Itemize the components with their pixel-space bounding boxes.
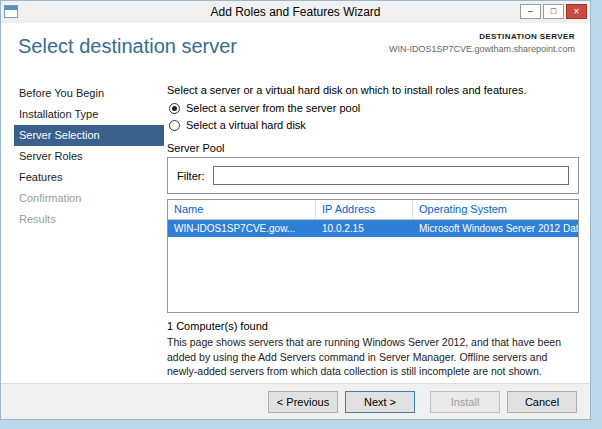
column-header-ip-address[interactable]: IP Address (316, 200, 413, 219)
install-button: Install (430, 391, 500, 413)
wizard-sidebar: Before You Begin Installation Type Serve… (14, 83, 164, 230)
radio-virtual-hard-disk[interactable]: Select a virtual hard disk (169, 119, 306, 131)
next-button[interactable]: Next > (345, 391, 415, 413)
sidebar-item-installation-type[interactable]: Installation Type (14, 104, 164, 125)
filter-input[interactable] (213, 166, 570, 185)
server-pool-label: Server Pool (167, 142, 224, 154)
filter-panel: Filter: (167, 157, 579, 194)
page-title: Select destination server (18, 35, 237, 58)
filter-label: Filter: (177, 170, 205, 182)
previous-button[interactable]: < Previous (268, 391, 338, 413)
server-table: Name IP Address Operating System WIN-IDO… (167, 199, 579, 313)
description-text: This page shows servers that are running… (167, 335, 579, 379)
table-row[interactable]: WIN-IDOS1SP7CVE.gow... 10.0.2.15 Microso… (168, 220, 578, 237)
sidebar-item-features[interactable]: Features (14, 167, 164, 188)
computers-found-text: 1 Computer(s) found (167, 320, 268, 332)
minimize-button[interactable]: – (520, 4, 541, 19)
table-header-row: Name IP Address Operating System (168, 200, 578, 220)
window-controls: – □ × (520, 4, 587, 19)
close-button[interactable]: × (566, 4, 587, 19)
titlebar: Add Roles and Features Wizard – □ × (1, 1, 590, 23)
wizard-footer: < Previous Next > Install Cancel (1, 383, 590, 419)
wizard-header: Select destination server DESTINATION SE… (1, 23, 590, 77)
cell-ip-address: 10.0.2.15 (316, 220, 413, 237)
window-title: Add Roles and Features Wizard (1, 1, 590, 23)
sidebar-item-confirmation: Confirmation (14, 188, 164, 209)
maximize-button[interactable]: □ (543, 4, 564, 19)
column-header-name[interactable]: Name (168, 200, 316, 219)
sidebar-item-before-you-begin[interactable]: Before You Begin (14, 83, 164, 104)
window-icon (4, 5, 18, 18)
radio-selected-icon[interactable] (169, 103, 180, 114)
destination-server-name: WIN-IDOS1SP7CVE.gowtham.sharepoint.com (389, 44, 575, 54)
radio-unselected-icon[interactable] (169, 120, 180, 131)
main-panel: Select a server or a virtual hard disk o… (167, 79, 579, 379)
radio-server-pool-label: Select a server from the server pool (186, 102, 360, 114)
intro-text: Select a server or a virtual hard disk o… (167, 84, 527, 96)
cancel-button[interactable]: Cancel (507, 391, 577, 413)
radio-virtual-hard-disk-label: Select a virtual hard disk (186, 119, 306, 131)
radio-server-pool[interactable]: Select a server from the server pool (169, 102, 360, 114)
sidebar-item-results: Results (14, 209, 164, 230)
sidebar-item-server-selection[interactable]: Server Selection (14, 125, 164, 146)
destination-server-block: DESTINATION SERVER WIN-IDOS1SP7CVE.gowth… (389, 32, 575, 54)
sidebar-item-server-roles[interactable]: Server Roles (14, 146, 164, 167)
destination-server-label: DESTINATION SERVER (389, 32, 575, 41)
cell-server-name: WIN-IDOS1SP7CVE.gow... (168, 220, 316, 237)
column-header-operating-system[interactable]: Operating System (413, 200, 578, 219)
wizard-dialog: Add Roles and Features Wizard – □ × Sele… (0, 0, 591, 420)
cell-operating-system: Microsoft Windows Server 2012 Datacenter… (413, 220, 578, 237)
